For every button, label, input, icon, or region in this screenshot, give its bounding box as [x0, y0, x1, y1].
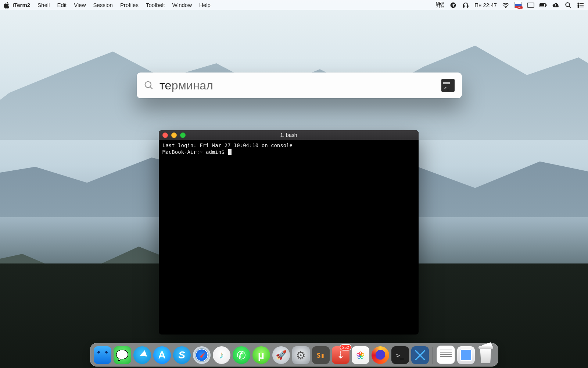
dock-app-launchpad[interactable] — [272, 346, 290, 364]
dock-app-skype[interactable] — [173, 346, 191, 364]
headphones-icon[interactable] — [462, 1, 469, 9]
menu-view[interactable]: View — [74, 2, 86, 8]
dock-app-appstore[interactable] — [153, 346, 171, 364]
dock-app-vscode[interactable] — [411, 346, 429, 364]
menu-window[interactable]: Window — [172, 2, 192, 8]
dock-app-whatsapp[interactable] — [233, 346, 250, 364]
notification-center-icon[interactable] — [577, 1, 584, 9]
menubar-right: MEM 71% Пн 22:47 РС — [436, 1, 584, 9]
location-icon[interactable] — [449, 1, 457, 9]
dock-app-safari[interactable] — [193, 346, 211, 364]
dock-app-transmission[interactable]: 252 — [332, 346, 349, 364]
terminal-line-last-login: Last login: Fri Mar 27 10:04:10 on conso… — [162, 142, 293, 148]
terminal-titlebar[interactable]: 1. bash — [159, 130, 419, 140]
cloud-icon[interactable] — [552, 1, 559, 9]
spotlight-typed-text: те — [159, 79, 172, 92]
mem-percent: 71% — [436, 5, 444, 8]
menu-profiles[interactable]: Profiles — [120, 2, 139, 8]
svg-point-9 — [578, 3, 578, 3]
dock-app-messages[interactable] — [114, 346, 131, 364]
terminal-prompt: MacBook-Air:~ admin$ — [162, 149, 227, 155]
menubar-clock[interactable]: Пн 22:47 — [474, 2, 497, 8]
dock-app-itunes[interactable] — [213, 346, 230, 364]
terminal-cursor — [228, 149, 232, 155]
dock-app-iterm[interactable] — [391, 346, 409, 364]
menubar: iTerm2 Shell Edit View Session Profiles … — [0, 0, 588, 10]
dock-item-finder-window[interactable] — [457, 346, 475, 364]
input-source-flag-icon[interactable]: РС — [514, 1, 522, 9]
wifi-icon[interactable] — [502, 1, 509, 9]
spotlight-completion-text: рминал — [172, 79, 214, 92]
terminal-body[interactable]: Last login: Fri Mar 27 10:04:10 on conso… — [159, 140, 419, 158]
svg-point-3 — [505, 7, 506, 8]
dock-app-firefox[interactable] — [372, 346, 389, 364]
dock-app-photos[interactable] — [352, 346, 369, 364]
dock-app-sysprefs[interactable] — [292, 346, 310, 364]
search-icon — [144, 81, 154, 90]
flag-badge: РС — [517, 6, 523, 9]
dock-app-finder[interactable] — [94, 346, 111, 364]
mem-status-icon[interactable]: MEM 71% — [436, 2, 444, 8]
spotlight-input[interactable]: терминал — [159, 79, 437, 92]
dock-app-utorrent[interactable] — [252, 346, 270, 364]
battery-icon[interactable] — [539, 1, 547, 9]
terminal-title: 1. bash — [159, 132, 419, 138]
menu-shell[interactable]: Shell — [37, 2, 50, 8]
svg-point-8 — [566, 3, 570, 7]
svg-rect-7 — [546, 4, 546, 6]
apple-menu-icon[interactable] — [4, 2, 10, 8]
svg-point-10 — [578, 4, 578, 5]
dock-separator — [433, 347, 433, 364]
menu-edit[interactable]: Edit — [57, 2, 67, 8]
dock-app-telegram[interactable] — [133, 346, 151, 364]
dock-item-textedit[interactable] — [437, 346, 455, 364]
display-toggle-icon[interactable] — [527, 1, 534, 9]
spotlight-search[interactable]: терминал >_ — [137, 72, 462, 98]
svg-rect-2 — [467, 5, 468, 7]
terminal-window[interactable]: 1. bash Last login: Fri Mar 27 10:04:10 … — [159, 130, 419, 335]
dock: 252 — [0, 343, 588, 367]
menu-toolbelt[interactable]: Toolbelt — [146, 2, 165, 8]
dock-trash[interactable] — [477, 346, 495, 364]
spotlight-icon[interactable] — [564, 1, 572, 9]
menubar-app-name[interactable]: iTerm2 — [12, 2, 30, 8]
svg-point-11 — [578, 6, 578, 7]
svg-rect-1 — [463, 5, 464, 7]
transmission-badge: 252 — [340, 345, 351, 350]
menu-session[interactable]: Session — [93, 2, 113, 8]
dock-app-sublime[interactable] — [312, 346, 330, 364]
svg-rect-4 — [527, 3, 534, 7]
spotlight-top-hit-icon[interactable]: >_ — [441, 79, 455, 92]
svg-rect-6 — [540, 4, 544, 6]
svg-point-12 — [145, 82, 151, 88]
menu-help[interactable]: Help — [199, 2, 211, 8]
